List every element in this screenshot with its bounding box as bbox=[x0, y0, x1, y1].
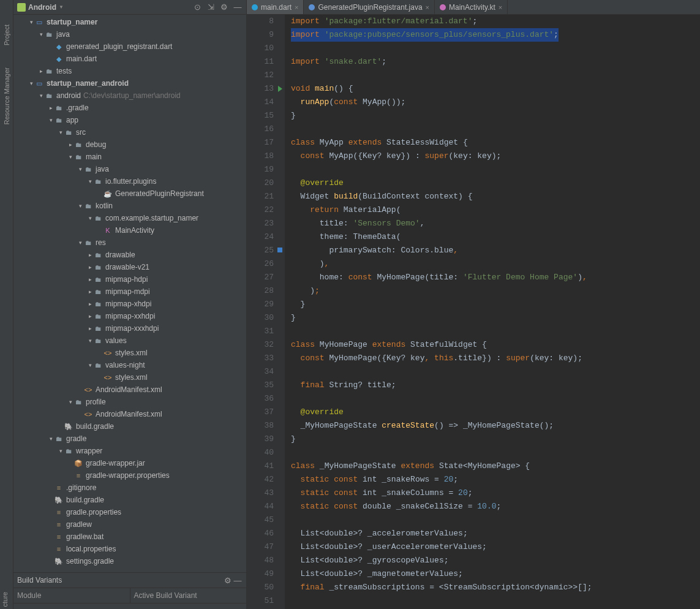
chevron-down-icon[interactable]: ▾ bbox=[77, 166, 83, 172]
code-line[interactable]: ); bbox=[291, 284, 700, 298]
line-number[interactable]: 24 bbox=[247, 230, 274, 244]
code-line[interactable] bbox=[291, 69, 700, 82]
chevron-right-icon[interactable]: ▸ bbox=[67, 142, 73, 148]
tree-item[interactable]: ▸🖿tests bbox=[13, 65, 246, 77]
line-number[interactable]: 23 bbox=[247, 217, 274, 230]
code-line[interactable]: theme: ThemeData( bbox=[291, 230, 700, 244]
code-line[interactable]: class MyHomePage extends StatefulWidget … bbox=[291, 338, 700, 352]
line-number[interactable]: 45 bbox=[247, 513, 274, 527]
line-number[interactable]: 11 bbox=[247, 55, 274, 69]
tree-item[interactable]: ▸🖿drawable bbox=[13, 249, 246, 261]
line-number[interactable]: 13 bbox=[247, 82, 274, 96]
code-line[interactable]: const MyApp({Key? key}) : super(key: key… bbox=[291, 149, 700, 163]
tree-item[interactable]: ▾🖿java bbox=[13, 28, 246, 40]
line-number[interactable]: 27 bbox=[247, 271, 274, 284]
locate-icon[interactable]: ⊙ bbox=[192, 2, 202, 12]
editor-tab[interactable]: GeneratedPluginRegistrant.java× bbox=[304, 0, 435, 14]
chevron-right-icon[interactable]: ▸ bbox=[87, 252, 93, 258]
code-line[interactable]: static const double _snakeCellSize = 10.… bbox=[291, 500, 700, 513]
code-line[interactable] bbox=[291, 392, 700, 406]
code-line[interactable] bbox=[291, 446, 700, 460]
line-number[interactable]: 12 bbox=[247, 69, 274, 82]
tree-item[interactable]: ◆main.dart bbox=[13, 53, 246, 65]
tree-item[interactable]: ▸🖿mipmap-xhdpi bbox=[13, 298, 246, 310]
line-number[interactable]: 10 bbox=[247, 42, 274, 55]
tree-item[interactable]: ▾🖿io.flutter.plugins bbox=[13, 175, 246, 187]
chevron-down-icon[interactable]: ▾ bbox=[48, 117, 54, 123]
tree-item[interactable]: ▾🖿kotlin bbox=[13, 200, 246, 212]
line-number[interactable]: 50 bbox=[247, 581, 274, 594]
code-line[interactable]: } bbox=[291, 298, 700, 311]
tree-item[interactable]: ▾🖿androidC:\dev\startup_namer\android bbox=[13, 89, 246, 102]
line-number[interactable]: 32 bbox=[247, 338, 274, 352]
tree-item[interactable]: <>AndroidManifest.xml bbox=[13, 384, 246, 396]
tree-item[interactable]: ▾🖿wrapper bbox=[13, 445, 246, 457]
line-number[interactable]: 41 bbox=[247, 460, 274, 473]
code-line[interactable]: ), bbox=[291, 257, 700, 271]
line-number[interactable]: 40 bbox=[247, 446, 274, 460]
close-icon[interactable]: × bbox=[499, 4, 502, 11]
line-number[interactable]: 28 bbox=[247, 284, 274, 298]
line-number[interactable]: 43 bbox=[247, 486, 274, 500]
chevron-down-icon[interactable]: ▾ bbox=[87, 178, 93, 184]
line-number[interactable]: 21 bbox=[247, 190, 274, 203]
line-number[interactable]: 46 bbox=[247, 527, 274, 540]
line-number[interactable]: 20 bbox=[247, 176, 274, 190]
line-number[interactable]: 37 bbox=[247, 406, 274, 419]
code-line[interactable]: @override bbox=[291, 176, 700, 190]
tree-item[interactable]: ▾🖿src bbox=[13, 126, 246, 138]
chevron-down-icon[interactable]: ▾ bbox=[58, 448, 64, 454]
code-line[interactable]: List<double>? _userAccelerometerValues; bbox=[291, 540, 700, 554]
resource-manager-tool-button[interactable]: Resource Manager bbox=[3, 67, 10, 125]
line-number[interactable]: 26 bbox=[247, 257, 274, 271]
line-number[interactable]: 22 bbox=[247, 203, 274, 217]
tree-item[interactable]: ▾▭startup_namer_android bbox=[13, 77, 246, 89]
line-number[interactable]: 18 bbox=[247, 149, 274, 163]
code-line[interactable]: void main() { bbox=[291, 82, 700, 96]
editor-gutter[interactable]: 8910111213141516171819202122232425262728… bbox=[247, 15, 285, 609]
chevron-right-icon[interactable]: ▸ bbox=[87, 313, 93, 319]
line-number[interactable]: 15 bbox=[247, 109, 274, 123]
gear-icon[interactable]: ⚙ bbox=[219, 2, 229, 12]
tree-item[interactable]: ≡gradlew bbox=[13, 518, 246, 531]
tree-item[interactable]: ≡local.properties bbox=[13, 543, 246, 555]
code-line[interactable]: title: 'Sensors Demo', bbox=[291, 217, 700, 230]
chevron-down-icon[interactable]: ▾ bbox=[38, 93, 44, 99]
line-number[interactable]: 29 bbox=[247, 298, 274, 311]
line-number[interactable]: 8 bbox=[247, 15, 274, 28]
line-number[interactable]: 17 bbox=[247, 136, 274, 149]
code-line[interactable]: } bbox=[291, 433, 700, 446]
chevron-down-icon[interactable]: ▾ bbox=[28, 80, 34, 86]
tree-item[interactable]: ≡gradle.properties bbox=[13, 506, 246, 518]
chevron-down-icon[interactable]: ▾ bbox=[48, 436, 54, 442]
chevron-down-icon[interactable]: ▾ bbox=[28, 19, 34, 25]
line-number[interactable]: 16 bbox=[247, 123, 274, 136]
code-line[interactable]: import 'snake.dart'; bbox=[291, 55, 700, 69]
chevron-right-icon[interactable]: ▸ bbox=[38, 68, 44, 74]
chevron-right-icon[interactable]: ▸ bbox=[87, 289, 93, 295]
line-number[interactable]: 48 bbox=[247, 554, 274, 567]
tree-item[interactable]: ▸🖿mipmap-hdpi bbox=[13, 273, 246, 286]
line-number[interactable]: 44 bbox=[247, 500, 274, 513]
tree-item[interactable]: 🐘build.gradle bbox=[13, 494, 246, 506]
chevron-down-icon[interactable]: ▾ bbox=[87, 338, 93, 344]
tree-item[interactable]: ≡gradlew.bat bbox=[13, 531, 246, 543]
code-line[interactable]: class _MyHomePageState extends State<MyH… bbox=[291, 460, 700, 473]
tree-item[interactable]: ▾🖿gradle bbox=[13, 433, 246, 445]
line-number[interactable]: 14 bbox=[247, 96, 274, 109]
code-line[interactable] bbox=[291, 513, 700, 527]
code-line[interactable]: _MyHomePageState createState() => _MyHom… bbox=[291, 419, 700, 433]
close-icon[interactable]: × bbox=[295, 4, 298, 11]
tree-item[interactable]: 🐘settings.gradle bbox=[13, 555, 246, 567]
tree-item[interactable]: ▾▭startup_namer bbox=[13, 16, 246, 28]
tree-item[interactable]: ▸🖿debug bbox=[13, 138, 246, 151]
code-line[interactable]: return MaterialApp( bbox=[291, 203, 700, 217]
tree-item[interactable]: ◆generated_plugin_registrant.dart bbox=[13, 40, 246, 53]
code-line[interactable]: home: const MyHomePage(title: 'Flutter D… bbox=[291, 271, 700, 284]
chevron-right-icon[interactable]: ▸ bbox=[87, 325, 93, 331]
line-number[interactable]: 25 bbox=[247, 244, 274, 257]
chevron-down-icon[interactable]: ▾ bbox=[67, 399, 73, 405]
code-line[interactable]: static const int _snakeRows = 20; bbox=[291, 473, 700, 486]
line-number[interactable]: 9 bbox=[247, 28, 274, 42]
tree-item[interactable]: ▾🖿com.example.startup_namer bbox=[13, 212, 246, 224]
